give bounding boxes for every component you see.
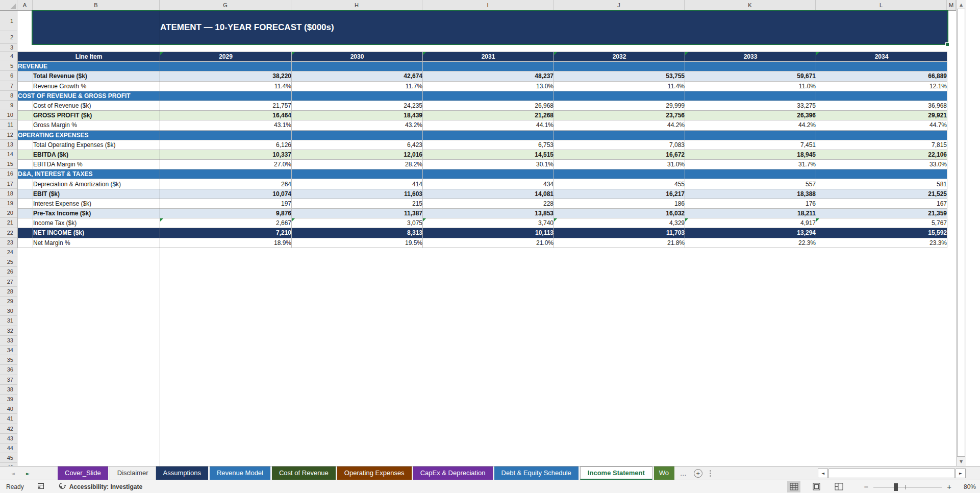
row-header-1[interactable]: 1	[0, 11, 17, 31]
cell-value[interactable]	[160, 169, 292, 179]
cell-value[interactable]: 455	[554, 179, 685, 189]
row-label[interactable]: Income Tax ($k)	[33, 218, 160, 228]
cell-value[interactable]: 44.1%	[423, 120, 554, 130]
cell-value[interactable]: 18,945	[685, 150, 816, 159]
cell-value[interactable]: 11.7%	[292, 81, 423, 91]
sheet-tab-cost-of-revenue[interactable]: Cost of Revenue	[272, 466, 336, 480]
cell-a[interactable]	[18, 111, 33, 120]
cell-value[interactable]: 43.2%	[292, 120, 423, 130]
zoom-slider[interactable]	[873, 481, 942, 492]
cell-value[interactable]: 26,396	[685, 111, 816, 120]
page-layout-view-button[interactable]	[810, 481, 823, 492]
row-header-18[interactable]: 18	[0, 189, 17, 199]
cell-value[interactable]: 167	[816, 199, 947, 208]
cell-value[interactable]	[554, 130, 685, 140]
row-header-11[interactable]: 11	[0, 120, 17, 130]
cell-value[interactable]	[685, 91, 816, 101]
column-header-H[interactable]: H	[291, 0, 422, 10]
cell-value[interactable]: 3,740	[423, 218, 554, 228]
column-header-B[interactable]: B	[33, 0, 160, 10]
cell-value[interactable]: 18,439	[292, 111, 423, 120]
cell-value[interactable]	[292, 91, 423, 101]
cell-value[interactable]: 10,113	[423, 228, 554, 238]
cell-value[interactable]	[423, 130, 554, 140]
new-sheet-button[interactable]: +	[694, 469, 702, 478]
zoom-level[interactable]: 80%	[959, 483, 976, 490]
scroll-down-button[interactable]: ▼	[957, 457, 965, 465]
cell-value[interactable]	[160, 62, 292, 71]
row-header-25[interactable]: 25	[0, 257, 17, 267]
row-label[interactable]: Gross Margin %	[33, 120, 160, 130]
cell-a[interactable]	[18, 160, 33, 169]
cell-value[interactable]	[816, 91, 947, 101]
row-header-36[interactable]: 36	[0, 365, 17, 375]
row-label[interactable]: Depreciation & Amortization ($k)	[33, 179, 160, 189]
cell-value[interactable]: 16,032	[554, 209, 685, 218]
section-label[interactable]: D&A, INTEREST & TAXES	[18, 169, 160, 179]
cell-value[interactable]	[292, 62, 423, 71]
cell-a[interactable]	[18, 101, 33, 110]
row-header-8[interactable]: 8	[0, 91, 17, 101]
row-header-23[interactable]: 23	[0, 238, 17, 248]
row-header-40[interactable]: 40	[0, 404, 17, 414]
zoom-in-button[interactable]: +	[947, 482, 951, 491]
tab-nav-right-button[interactable]: ►	[26, 471, 30, 476]
row-label[interactable]: Interest Expense ($k)	[33, 199, 160, 208]
row-label[interactable]: Pre-Tax Income ($k)	[33, 209, 160, 218]
row-label[interactable]: Total Operating Expenses ($k)	[33, 140, 160, 150]
column-header-K[interactable]: K	[685, 0, 816, 10]
cell-value[interactable]: 186	[554, 199, 685, 208]
cell-value[interactable]: 10,074	[160, 189, 292, 199]
row-header-32[interactable]: 32	[0, 326, 17, 336]
cell-a[interactable]	[18, 189, 33, 199]
cell-value[interactable]: 66,889	[816, 71, 947, 81]
zoom-out-button[interactable]: −	[864, 482, 868, 491]
cell-value[interactable]	[816, 62, 947, 71]
row-header-28[interactable]: 28	[0, 287, 17, 297]
row-header-45[interactable]: 45	[0, 453, 17, 463]
cell-value[interactable]	[554, 91, 685, 101]
sheet-tab-assumptions[interactable]: Assumptions	[156, 466, 208, 480]
row-header-2[interactable]: 2	[0, 31, 17, 44]
normal-view-button[interactable]	[787, 481, 800, 492]
column-header-I[interactable]: I	[422, 0, 554, 10]
year-header-2031[interactable]: 2031	[423, 52, 554, 62]
cell-value[interactable]: 13,294	[685, 228, 816, 238]
cell-value[interactable]	[554, 169, 685, 179]
cell-value[interactable]: 21,757	[160, 101, 292, 110]
cell-value[interactable]: 21,359	[816, 209, 947, 218]
cell-value[interactable]: 6,423	[292, 140, 423, 150]
cell-value[interactable]: 12.1%	[816, 81, 947, 91]
cell-value[interactable]	[423, 169, 554, 179]
row-label[interactable]: NET INCOME ($k)	[33, 228, 160, 238]
row-header-33[interactable]: 33	[0, 336, 17, 346]
row-header-21[interactable]: 21	[0, 218, 17, 228]
row-header-29[interactable]: 29	[0, 297, 17, 306]
row-header-13[interactable]: 13	[0, 140, 17, 150]
row-header-37[interactable]: 37	[0, 375, 17, 385]
cell-value[interactable]: 24,235	[292, 101, 423, 110]
cell-value[interactable]: 21.0%	[423, 238, 554, 248]
sheet-tab-cover-slide[interactable]: Cover_Slide	[58, 466, 108, 480]
row-header-15[interactable]: 15	[0, 159, 17, 169]
cell-value[interactable]: 434	[423, 179, 554, 189]
row-header-10[interactable]: 10	[0, 110, 17, 120]
cell-value[interactable]: 19.5%	[292, 238, 423, 248]
cell-value[interactable]: 27.0%	[160, 160, 292, 169]
macro-record-icon[interactable]	[37, 482, 45, 491]
cell-value[interactable]: 26,968	[423, 101, 554, 110]
cell-value[interactable]: 197	[160, 199, 292, 208]
row-header-26[interactable]: 26	[0, 267, 17, 277]
year-header-2034[interactable]: 2034	[816, 52, 947, 62]
cell-value[interactable]: 14,081	[423, 189, 554, 199]
cell-value[interactable]: 18.9%	[160, 238, 292, 248]
row-label[interactable]: EBITDA ($k)	[33, 150, 160, 159]
line-item-header[interactable]: Line Item	[18, 52, 160, 62]
sheet-tab-income-statement[interactable]: Income Statement	[580, 466, 652, 480]
row-header-12[interactable]: 12	[0, 130, 17, 140]
cell-value[interactable]: 557	[685, 179, 816, 189]
cell-value[interactable]: 23,756	[554, 111, 685, 120]
row-label[interactable]: EBITDA Margin %	[33, 160, 160, 169]
vertical-scroll-thumb[interactable]	[957, 9, 965, 457]
cell-value[interactable]: 10,337	[160, 150, 292, 159]
